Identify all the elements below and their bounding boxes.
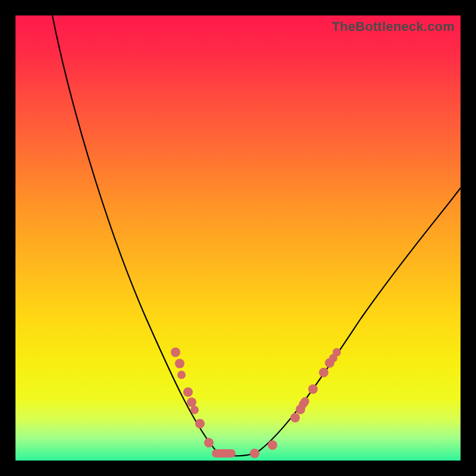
marker-dot [171, 347, 180, 357]
marker-layer [171, 347, 341, 458]
marker-dot [190, 406, 199, 414]
marker-dot [333, 348, 341, 356]
chart-frame: TheBottleneck.com [15, 15, 461, 461]
marker-dot [183, 387, 193, 397]
marker-dot [319, 368, 328, 377]
marker-dot [308, 384, 318, 394]
marker-dot [187, 397, 196, 407]
marker-pill [212, 449, 236, 458]
watermark-text: TheBottleneck.com [332, 19, 455, 35]
marker-dot [204, 438, 214, 447]
curve-path [52, 15, 461, 456]
marker-dot [290, 413, 300, 422]
marker-dot [195, 419, 205, 428]
marker-dot [175, 359, 184, 368]
marker-dot [250, 449, 259, 458]
marker-dot [177, 371, 186, 379]
marker-dot [268, 440, 277, 450]
bottleneck-curve-svg [15, 15, 461, 461]
